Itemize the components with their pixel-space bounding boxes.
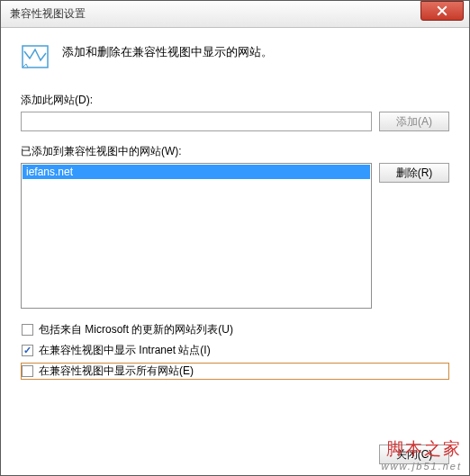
window-title: 兼容性视图设置 — [10, 6, 86, 22]
website-list-label: 已添加到兼容性视图中的网站(W): — [21, 144, 449, 159]
list-item[interactable]: iefans.net — [23, 165, 370, 179]
compat-view-icon — [21, 42, 50, 71]
dialog-footer: 关闭(C) — [379, 445, 449, 464]
dialog-window: 兼容性视图设置 添加和删除在兼容性视图中显示的网站。 添加此网站(D): 添加(… — [0, 0, 470, 476]
add-button[interactable]: 添加(A) — [379, 112, 449, 131]
add-website-input[interactable] — [21, 112, 372, 131]
checkbox[interactable] — [22, 324, 33, 336]
website-listbox[interactable]: iefans.net — [21, 163, 372, 309]
checkbox[interactable] — [22, 345, 33, 356]
add-website-label: 添加此网站(D): — [21, 93, 449, 108]
checkbox[interactable] — [22, 365, 33, 377]
checkbox-row: 包括来自 Microsoft 的更新的网站列表(U) — [21, 321, 449, 338]
checkbox-row: 在兼容性视图中显示所有网站(E) — [21, 363, 449, 380]
titlebar: 兼容性视图设置 — [1, 1, 469, 28]
dialog-content: 添加和删除在兼容性视图中显示的网站。 添加此网站(D): 添加(A) 已添加到兼… — [1, 28, 469, 398]
checkbox-label[interactable]: 包括来自 Microsoft 的更新的网站列表(U) — [39, 322, 233, 337]
header-description: 添加和删除在兼容性视图中显示的网站。 — [62, 42, 273, 60]
close-button[interactable]: 关闭(C) — [379, 445, 449, 464]
remove-button[interactable]: 删除(R) — [379, 163, 449, 183]
close-icon — [437, 5, 447, 16]
window-close-button[interactable] — [420, 1, 464, 21]
checkbox-group: 包括来自 Microsoft 的更新的网站列表(U)在兼容性视图中显示 Intr… — [21, 321, 449, 380]
checkbox-label[interactable]: 在兼容性视图中显示所有网站(E) — [39, 364, 194, 379]
checkbox-row: 在兼容性视图中显示 Intranet 站点(I) — [21, 342, 449, 359]
checkbox-label[interactable]: 在兼容性视图中显示 Intranet 站点(I) — [39, 343, 211, 358]
